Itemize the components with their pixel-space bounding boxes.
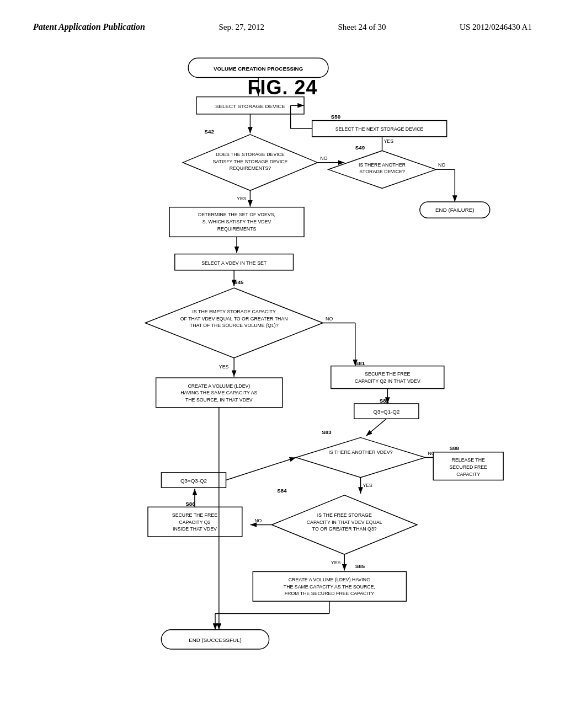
svg-text:S, WHICH SATISFY THE VDEV: S, WHICH SATISFY THE VDEV: [202, 219, 271, 224]
page-header: Patent Application Publication Sep. 27, …: [0, 0, 565, 38]
svg-text:RELEASE THE: RELEASE THE: [452, 457, 485, 463]
svg-line-103: [226, 458, 296, 480]
svg-text:Q3=Q3-Q2: Q3=Q3-Q2: [180, 478, 207, 484]
svg-text:CREATE A VOLUME (LDEV) HAVING: CREATE A VOLUME (LDEV) HAVING: [289, 577, 370, 582]
svg-text:NO: NO: [254, 518, 262, 523]
svg-text:IS THE EMPTY STORAGE CAPACITY: IS THE EMPTY STORAGE CAPACITY: [192, 309, 275, 314]
patent-number: US 2012/0246430 A1: [460, 23, 532, 32]
svg-rect-60: [331, 366, 444, 389]
svg-text:SECURED FREE: SECURED FREE: [449, 464, 487, 470]
svg-text:CAPACITY: CAPACITY: [456, 472, 480, 477]
svg-text:S88: S88: [450, 445, 460, 451]
svg-text:S85: S85: [355, 563, 365, 569]
diagram-area: FIG. 24 VOLUME CREATION PROCESSING S41 S…: [0, 43, 565, 716]
svg-text:NO: NO: [326, 316, 333, 322]
sheet-info: Sheet 24 of 30: [338, 23, 386, 32]
flowchart-svg: VOLUME CREATION PROCESSING S41 SELECT ST…: [0, 43, 565, 716]
svg-text:CAPACITY Q2: CAPACITY Q2: [179, 520, 210, 525]
svg-text:YES: YES: [331, 560, 341, 565]
svg-text:THE SAME CAPACITY AS THE SOURC: THE SAME CAPACITY AS THE SOURCE,: [284, 584, 375, 590]
publication-date: Sep. 27, 2012: [219, 23, 265, 32]
svg-text:CAPACITY Q2 IN THAT VDEV: CAPACITY Q2 IN THAT VDEV: [355, 378, 420, 384]
svg-text:VOLUME CREATION PROCESSING: VOLUME CREATION PROCESSING: [214, 66, 303, 72]
svg-text:SELECT A VDEV IN THE SET: SELECT A VDEV IN THE SET: [201, 260, 267, 266]
svg-text:S86: S86: [185, 501, 195, 507]
svg-text:FROM THE SECURED FREE CAPACITY: FROM THE SECURED FREE CAPACITY: [285, 591, 374, 596]
svg-text:IS THE FREE STORAGE: IS THE FREE STORAGE: [317, 512, 372, 518]
svg-text:REQUIREMENTS: REQUIREMENTS: [217, 226, 257, 232]
svg-text:YES: YES: [237, 196, 247, 201]
svg-text:THAT OF THE SOURCE VOLUME (Q1): THAT OF THE SOURCE VOLUME (Q1)?: [190, 323, 279, 328]
svg-text:CAPACITY IN THAT VDEV EQUAL: CAPACITY IN THAT VDEV EQUAL: [307, 520, 382, 525]
svg-line-67: [366, 419, 386, 436]
svg-text:DETERMINE THE SET OF VDEVS,: DETERMINE THE SET OF VDEVS,: [198, 212, 275, 217]
svg-text:S42: S42: [204, 129, 214, 135]
svg-text:CREATE A VOLUME (LDEV): CREATE A VOLUME (LDEV): [188, 383, 250, 389]
svg-text:S50: S50: [331, 114, 341, 120]
svg-text:IS THERE ANOTHER VDEV?: IS THERE ANOTHER VDEV?: [328, 449, 392, 455]
svg-text:S45: S45: [234, 279, 244, 285]
svg-text:IS THERE ANOTHER: IS THERE ANOTHER: [359, 162, 406, 168]
svg-text:YES: YES: [219, 364, 229, 370]
svg-text:END (SUCCESSFUL): END (SUCCESSFUL): [189, 637, 241, 643]
publication-title: Patent Application Publication: [33, 22, 145, 32]
svg-text:SELECT STORAGE DEVICE: SELECT STORAGE DEVICE: [215, 103, 285, 109]
svg-text:YES: YES: [383, 138, 393, 144]
svg-marker-69: [296, 437, 425, 477]
svg-text:NO: NO: [320, 156, 327, 161]
svg-text:STORAGE DEVICE?: STORAGE DEVICE?: [359, 169, 405, 174]
svg-text:SECURE THE FREE: SECURE THE FREE: [172, 512, 217, 518]
svg-text:YES: YES: [363, 483, 372, 488]
svg-text:END (FAILURE): END (FAILURE): [435, 207, 474, 213]
svg-text:HAVING THE SAME CAPACITY AS: HAVING THE SAME CAPACITY AS: [180, 390, 257, 395]
svg-text:Q3=Q1-Q2: Q3=Q1-Q2: [373, 409, 399, 415]
svg-text:REQUIREMENTS?: REQUIREMENTS?: [230, 165, 271, 171]
svg-text:DOES THE STORAGE DEVICE: DOES THE STORAGE DEVICE: [216, 152, 285, 157]
svg-text:OF THAT VDEV EQUAL TO OR GREAT: OF THAT VDEV EQUAL TO OR GREATER THAN: [180, 316, 288, 322]
svg-text:SECURE THE FREE: SECURE THE FREE: [365, 371, 410, 377]
svg-text:S49: S49: [355, 144, 365, 151]
svg-text:S82: S82: [380, 398, 390, 404]
svg-text:NO: NO: [438, 162, 445, 168]
svg-text:INSIDE THAT VDEV: INSIDE THAT VDEV: [173, 526, 217, 532]
svg-text:SATISFY THE STORAGE DEVICE: SATISFY THE STORAGE DEVICE: [213, 159, 288, 164]
svg-text:S83: S83: [322, 429, 332, 435]
svg-text:SELECT THE NEXT STORAGE DEVICE: SELECT THE NEXT STORAGE DEVICE: [335, 126, 424, 132]
svg-text:THE SOURCE, IN THAT VDEV: THE SOURCE, IN THAT VDEV: [185, 397, 253, 403]
svg-text:S84: S84: [277, 488, 287, 494]
svg-text:TO OR GREATER THAN Q3?: TO OR GREATER THAN Q3?: [312, 526, 377, 532]
svg-text:S81: S81: [355, 360, 365, 366]
